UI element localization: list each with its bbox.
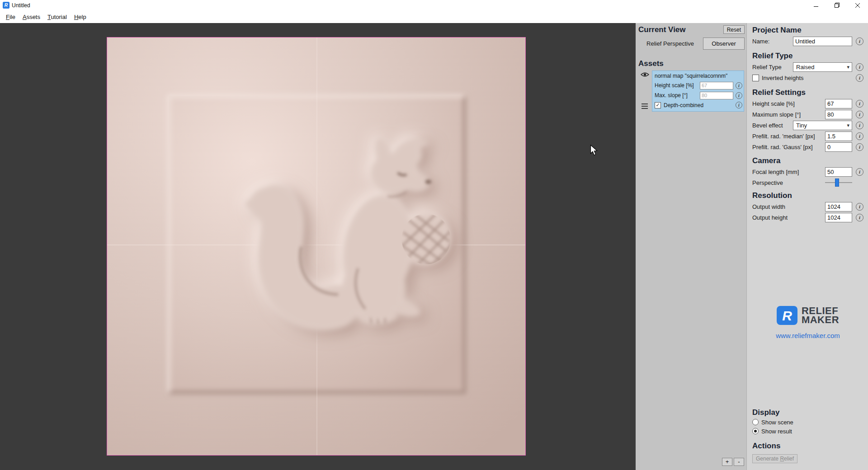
app-icon: R xyxy=(3,2,9,9)
relief-canvas[interactable] xyxy=(107,37,526,456)
show-result-label: Show result xyxy=(761,428,792,435)
depth-combined-label: Depth-combined xyxy=(664,102,733,108)
info-icon[interactable]: i xyxy=(856,168,863,176)
project-name-input[interactable] xyxy=(793,37,852,46)
reliefmaker-logo-icon: R xyxy=(777,306,797,325)
slider-handle[interactable] xyxy=(835,179,839,187)
camera-title: Camera xyxy=(752,156,863,165)
restore-button[interactable] xyxy=(826,0,847,10)
perspective-slider[interactable] xyxy=(825,179,852,187)
visibility-eye-icon[interactable] xyxy=(641,72,649,77)
info-icon[interactable]: i xyxy=(856,38,863,45)
actions-title: Actions xyxy=(752,442,863,451)
output-height-input[interactable] xyxy=(825,213,852,222)
asset-name[interactable]: normal map "squirrelacornnm" xyxy=(655,72,742,80)
asset-height-scale-input[interactable] xyxy=(700,82,733,89)
main-content: Current View Reset Relief Perspective Ob… xyxy=(0,23,868,470)
name-label: Name: xyxy=(752,38,793,45)
asset-max-slope-input[interactable] xyxy=(700,92,733,99)
close-icon xyxy=(855,3,860,8)
reliefmaker-logo: R RELIEF MAKER xyxy=(752,306,863,325)
bevel-effect-label: Bevel effect xyxy=(752,122,793,129)
bevel-effect-select[interactable]: Tiny ▾ xyxy=(793,121,852,130)
prefilter-median-input[interactable] xyxy=(825,132,852,141)
website-link[interactable]: www.reliefmaker.com xyxy=(752,332,863,339)
drag-handle-icon[interactable] xyxy=(642,103,648,109)
close-button[interactable] xyxy=(847,0,868,10)
prefilter-gauss-label: Prefilt. rad. 'Gauss' [px] xyxy=(752,144,825,150)
info-icon[interactable]: i xyxy=(856,203,863,211)
restore-icon xyxy=(835,3,840,8)
info-icon[interactable]: i xyxy=(856,143,863,151)
titlebar: R Untitled xyxy=(0,0,868,10)
minimize-icon xyxy=(814,3,818,8)
info-icon[interactable]: i xyxy=(856,122,863,129)
info-icon[interactable]: i xyxy=(856,63,863,71)
info-icon[interactable]: i xyxy=(856,111,863,118)
asset-gutter xyxy=(637,70,652,112)
output-width-label: Output width xyxy=(752,203,825,210)
menu-file[interactable]: File xyxy=(2,12,19,22)
menu-help[interactable]: Help xyxy=(71,12,90,22)
reliefmaker-logo-text: RELIEF MAKER xyxy=(802,306,839,324)
observer-button[interactable]: Observer xyxy=(703,38,745,50)
current-view-title: Current View xyxy=(637,25,723,34)
minimize-button[interactable] xyxy=(806,0,826,10)
info-icon[interactable]: i xyxy=(736,102,742,108)
inverted-heights-label: Inverted heights xyxy=(762,75,852,81)
asset-item[interactable]: normal map "squirrelacornnm" Height scal… xyxy=(637,70,745,112)
inverted-heights-checkbox[interactable] xyxy=(752,75,759,81)
prefilter-median-label: Prefilt. rad. 'median' [px] xyxy=(752,133,825,140)
window-controls xyxy=(806,0,868,10)
project-name-title: Project Name xyxy=(752,26,863,35)
output-width-input[interactable] xyxy=(825,202,852,212)
current-view-panel: Current View Reset Relief Perspective Ob… xyxy=(636,23,746,470)
reset-view-button[interactable]: Reset xyxy=(723,25,745,34)
relief-type-select[interactable]: Raised ▾ xyxy=(793,62,852,72)
info-icon[interactable]: i xyxy=(736,82,742,89)
maximum-slope-input[interactable] xyxy=(825,110,852,119)
depth-combined-checkbox[interactable]: ✓ xyxy=(655,102,661,108)
chevron-down-icon: ▾ xyxy=(845,64,851,70)
relief-settings-title: Relief Settings xyxy=(752,88,863,97)
zoom-controls: + - xyxy=(722,458,744,466)
zoom-in-button[interactable]: + xyxy=(722,458,732,466)
focal-length-input[interactable] xyxy=(825,167,852,177)
show-scene-option[interactable]: Show scene xyxy=(752,418,863,426)
output-height-label: Output height xyxy=(752,214,825,221)
height-scale-input[interactable] xyxy=(825,99,852,108)
svg-text:R: R xyxy=(782,308,792,323)
generate-relief-button[interactable]: Generate Relief xyxy=(752,454,797,463)
view-mode-label: Relief Perspective xyxy=(637,40,703,47)
window-title: Untitled xyxy=(12,2,30,9)
info-icon[interactable]: i xyxy=(856,132,863,140)
height-scale-label: Height scale [%] xyxy=(752,100,825,107)
show-result-option[interactable]: Show result xyxy=(752,427,863,435)
prefilter-gauss-input[interactable] xyxy=(825,142,852,152)
settings-panel: Project Name Name: i Relief Type Relief … xyxy=(746,23,868,470)
maximum-slope-label: Maximum slope [°] xyxy=(752,111,825,118)
radio-checked-icon[interactable] xyxy=(752,428,759,434)
show-scene-label: Show scene xyxy=(761,419,793,426)
app-window: R Untitled File Assets Tutorial Help xyxy=(0,0,868,470)
info-icon[interactable]: i xyxy=(856,74,863,82)
zoom-out-button[interactable]: - xyxy=(734,458,744,466)
perspective-label: Perspective xyxy=(752,179,825,186)
viewport[interactable] xyxy=(0,23,636,470)
asset-body: normal map "squirrelacornnm" Height scal… xyxy=(652,70,744,112)
info-icon[interactable]: i xyxy=(856,100,863,108)
menu-assets[interactable]: Assets xyxy=(19,12,44,22)
menu-tutorial[interactable]: Tutorial xyxy=(44,12,71,22)
assets-title: Assets xyxy=(637,59,745,68)
info-icon[interactable]: i xyxy=(856,214,863,221)
radio-icon[interactable] xyxy=(752,419,759,425)
asset-max-slope-label: Max. slope [°] xyxy=(655,92,700,99)
relief-render xyxy=(107,38,525,455)
menubar: File Assets Tutorial Help xyxy=(0,10,868,23)
chevron-down-icon: ▾ xyxy=(845,122,851,128)
relief-type-label: Relief Type xyxy=(752,64,793,70)
svg-text:R: R xyxy=(5,3,8,8)
focal-length-label: Focal length [mm] xyxy=(752,169,825,175)
relief-type-title: Relief Type xyxy=(752,52,863,61)
info-icon[interactable]: i xyxy=(736,92,742,99)
